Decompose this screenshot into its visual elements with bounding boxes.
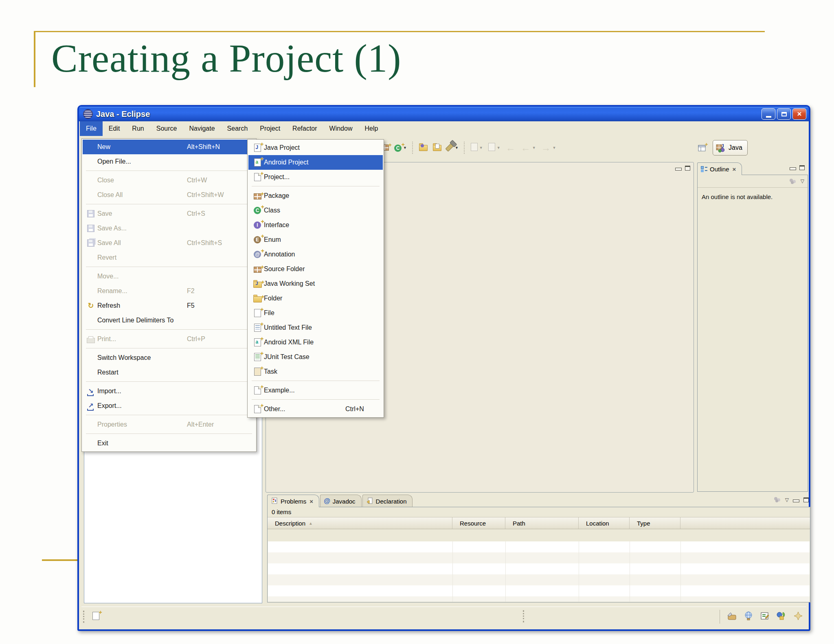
dropdown-arrow-icon[interactable]: ▼ xyxy=(497,146,500,150)
problems-panel: Problems×@JavadocDeclaration ▽ 0 items D… xyxy=(267,494,810,602)
outline-filter-icon[interactable] xyxy=(789,178,797,184)
file-menu-item-switch-workspace[interactable]: Switch Workspace▶ xyxy=(83,350,255,365)
file-menu-item-restart[interactable]: Restart xyxy=(83,365,255,380)
maximize-editor-icon[interactable] xyxy=(685,166,690,171)
file-menu-item-print[interactable]: Print...Ctrl+P xyxy=(83,332,255,346)
dropdown-arrow-icon[interactable]: ▼ xyxy=(479,146,483,150)
menu-run[interactable]: Run xyxy=(126,121,150,136)
close-outline-tab-icon[interactable]: × xyxy=(733,166,736,173)
column-header-location[interactable]: Location xyxy=(579,517,630,529)
menu-window[interactable]: Window xyxy=(323,121,359,136)
untitled-text-file-icon: + xyxy=(251,324,264,332)
maximize-problems-icon[interactable] xyxy=(803,497,809,502)
maximize-outline-icon[interactable] xyxy=(799,165,805,170)
new-submenu-item-enum[interactable]: E+Enum xyxy=(248,232,383,247)
menu-help[interactable]: Help xyxy=(358,121,384,136)
new-wizard-button[interactable]: ▼ xyxy=(471,143,483,153)
new-submenu-item-junit-test-case[interactable]: +JUnit Test Case xyxy=(248,350,383,364)
java-perspective-button[interactable]: J Java xyxy=(713,140,748,156)
open-folder-button[interactable] xyxy=(433,143,441,153)
fast-view-button[interactable]: + xyxy=(92,612,99,622)
star-icon[interactable] xyxy=(793,611,803,622)
new-submenu-item-interface[interactable]: I+Interface xyxy=(248,218,383,232)
new-submenu-item-untitled-text-file[interactable]: +Untitled Text File xyxy=(248,320,383,335)
menu-project[interactable]: Project xyxy=(254,121,286,136)
dropdown-arrow-icon[interactable]: ▼ xyxy=(455,146,459,150)
new-class-button[interactable]: C+▼ xyxy=(394,144,407,152)
forward-button[interactable]: →▼ xyxy=(541,143,556,153)
file-menu-item-close-all[interactable]: Close AllCtrl+Shift+W xyxy=(83,188,255,202)
file-menu-item-move[interactable]: Move... xyxy=(83,269,255,284)
menu-file[interactable]: File xyxy=(80,121,103,136)
tab-declaration[interactable]: Declaration xyxy=(362,495,413,507)
menu-edit[interactable]: Edit xyxy=(103,121,126,136)
new-submenu-item-package[interactable]: +Package xyxy=(248,188,383,203)
menu-search[interactable]: Search xyxy=(221,121,254,136)
new-submenu-item-source-folder[interactable]: +Source Folder xyxy=(248,262,383,276)
menu-source[interactable]: Source xyxy=(150,121,183,136)
maximize-button[interactable] xyxy=(777,108,791,120)
file-menu-item-refresh[interactable]: ↻RefreshF5 xyxy=(83,298,255,313)
dropdown-arrow-icon[interactable]: ▼ xyxy=(532,146,536,150)
new-submenu-item-other[interactable]: +Other...Ctrl+N xyxy=(248,402,383,416)
minimize-button[interactable] xyxy=(762,108,775,120)
new-submenu-item-folder[interactable]: +Folder xyxy=(248,291,383,306)
new-submenu-item-file[interactable]: +File xyxy=(248,306,383,320)
new-submenu-item-java-project[interactable]: J+Java Project xyxy=(248,140,383,155)
file-menu-item-revert[interactable]: Revert xyxy=(83,250,255,265)
column-header-path[interactable]: Path xyxy=(505,517,579,529)
dropdown-arrow-icon[interactable]: ▼ xyxy=(553,146,556,150)
close-problems-tab-icon[interactable]: × xyxy=(309,498,313,505)
file-menu-item-save-all[interactable]: Save AllCtrl+Shift+S xyxy=(83,236,255,250)
file-menu-item-open-file[interactable]: Open File... xyxy=(83,154,255,169)
new-submenu-item-example[interactable]: +Example... xyxy=(248,383,383,398)
statusbar-grip-icon[interactable] xyxy=(83,611,86,623)
file-menu-item-properties[interactable]: PropertiesAlt+Enter xyxy=(83,417,255,432)
minimize-editor-icon[interactable] xyxy=(675,168,682,171)
menu-item-label: Save xyxy=(97,210,187,217)
window-titlebar[interactable]: Java - Eclipse × xyxy=(79,107,809,121)
file-menu-item-convert-line-delimiters-to[interactable]: Convert Line Delimiters To▶ xyxy=(83,313,255,328)
outline-view-menu-icon[interactable]: ▽ xyxy=(801,178,804,184)
problems-filter-icon[interactable] xyxy=(774,497,781,503)
new-submenu-item-task[interactable]: +Task xyxy=(248,364,383,379)
new-submenu-item-class[interactable]: C+Class xyxy=(248,203,383,218)
menu-refactor[interactable]: Refactor xyxy=(286,121,323,136)
back-button[interactable]: ←▼ xyxy=(521,143,536,153)
tab-outline[interactable]: Outline × xyxy=(697,162,742,175)
statusbar-center-grip-icon[interactable] xyxy=(523,610,526,622)
minimize-problems-icon[interactable] xyxy=(793,499,799,502)
file-menu-item-import[interactable]: ↘Import... xyxy=(83,384,255,399)
tab-problems[interactable]: Problems× xyxy=(267,495,319,507)
example-icon: + xyxy=(251,386,264,394)
open-plugin-button[interactable] xyxy=(419,143,428,153)
file-menu-item-new[interactable]: NewAlt+Shift+N▶ xyxy=(83,140,255,154)
file-menu-item-save[interactable]: SaveCtrl+S xyxy=(83,206,255,221)
minimize-outline-icon[interactable] xyxy=(790,167,796,170)
file-menu-item-close[interactable]: CloseCtrl+W xyxy=(83,173,255,188)
last-edit-location-button[interactable]: ← xyxy=(506,143,516,153)
new-submenu-item-project[interactable]: +Project... xyxy=(248,170,383,184)
column-header-type[interactable]: Type xyxy=(630,517,680,529)
new-submenu-item-android-project[interactable]: a+Android Project xyxy=(248,155,383,170)
problems-view-menu-icon[interactable]: ▽ xyxy=(785,497,789,503)
file-menu-item-export[interactable]: ↗Export... xyxy=(83,399,255,413)
plugin-icon[interactable] xyxy=(726,611,737,622)
tasks-icon[interactable] xyxy=(760,611,770,622)
file-menu-item-rename[interactable]: Rename...F2 xyxy=(83,284,255,298)
file-menu-item-exit[interactable]: Exit xyxy=(83,436,255,451)
run-last-tool-button[interactable]: ▼ xyxy=(488,143,500,153)
file-menu-item-save-as[interactable]: Save As... xyxy=(83,221,255,236)
tab-javadoc[interactable]: @Javadoc xyxy=(320,495,361,507)
close-button[interactable]: × xyxy=(792,108,806,120)
column-header-description[interactable]: Description▲ xyxy=(268,517,452,529)
open-perspective-button[interactable]: + xyxy=(696,141,710,154)
column-header-resource[interactable]: Resource xyxy=(452,517,505,529)
web-browser-icon[interactable] xyxy=(744,611,753,622)
shapes-icon[interactable] xyxy=(776,611,787,622)
menu-navigate[interactable]: Navigate xyxy=(183,121,221,136)
search-button[interactable]: ▼ xyxy=(447,142,459,153)
new-submenu-item-annotation[interactable]: @+Annotation xyxy=(248,247,383,262)
new-submenu-item-java-working-set[interactable]: J+Java Working Set xyxy=(248,276,383,291)
new-submenu-item-android-xml-file[interactable]: a+Android XML File xyxy=(248,335,383,350)
